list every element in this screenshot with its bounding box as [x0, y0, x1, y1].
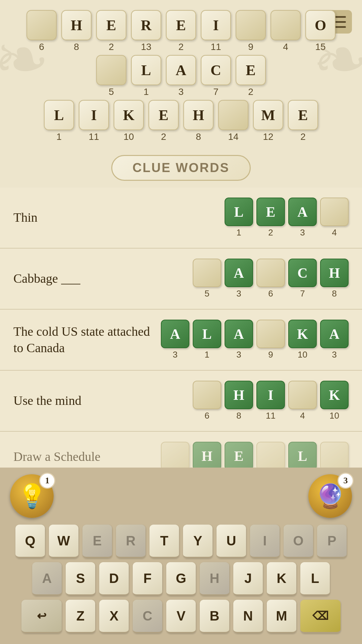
- answer-tile[interactable]: [256, 259, 285, 287]
- key-U[interactable]: U: [217, 525, 246, 558]
- tile-group: 5: [96, 55, 126, 97]
- tile-number: 1: [56, 131, 62, 142]
- key-T[interactable]: T: [149, 525, 179, 558]
- tile-group: 14: [218, 100, 248, 142]
- answer-tile-num: 1: [204, 350, 209, 360]
- key-V[interactable]: V: [166, 600, 196, 633]
- answer-tile-wrapper: E 2: [256, 198, 285, 238]
- key-I[interactable]: I: [250, 525, 280, 558]
- tile-group: E 2: [236, 55, 266, 97]
- answer-tile[interactable]: [288, 381, 317, 409]
- answer-tile-wrapper: [256, 442, 285, 472]
- answer-tile[interactable]: H: [225, 381, 253, 409]
- answer-tile[interactable]: [193, 259, 221, 287]
- clues-area: Thin L 1 E 2 A 3 4 Cabbage ___: [0, 187, 362, 482]
- key-Q[interactable]: Q: [15, 525, 45, 558]
- key-R[interactable]: R: [116, 525, 145, 558]
- answer-tile[interactable]: E: [256, 198, 285, 226]
- answer-tile-wrapper: 9: [256, 320, 285, 360]
- key-W[interactable]: W: [49, 525, 78, 558]
- key-F[interactable]: F: [133, 562, 162, 596]
- answer-tile-wrapper: A 3: [161, 320, 189, 360]
- tile: C: [201, 55, 231, 85]
- tile: M: [253, 100, 283, 130]
- tile: [96, 55, 126, 85]
- tile-number: 2: [109, 42, 114, 52]
- tile: E: [148, 100, 179, 130]
- key-Z[interactable]: Z: [66, 600, 95, 633]
- key-backspace[interactable]: ⌫: [300, 600, 341, 633]
- magnify-powerup[interactable]: 🔮 3: [308, 474, 352, 518]
- answer-tile[interactable]: A: [288, 198, 317, 226]
- key-E[interactable]: E: [82, 525, 112, 558]
- key-O[interactable]: O: [284, 525, 313, 558]
- key-H[interactable]: H: [200, 562, 229, 596]
- answer-tile[interactable]: K: [320, 381, 349, 409]
- answer-tile-wrapper: I 11: [256, 381, 285, 421]
- key-return[interactable]: ↩: [21, 600, 62, 633]
- tile: R: [131, 10, 161, 40]
- answer-tile[interactable]: A: [161, 320, 189, 348]
- answer-tile-num: 3: [300, 227, 305, 238]
- answer-tile[interactable]: [256, 320, 285, 348]
- key-G[interactable]: G: [166, 562, 196, 596]
- answer-tile[interactable]: I: [256, 381, 285, 409]
- key-N[interactable]: N: [233, 600, 263, 633]
- answer-tile[interactable]: E: [225, 442, 253, 470]
- keyboard-row-3: ↩ Z X C V B N M ⌫: [7, 600, 355, 633]
- key-X[interactable]: X: [99, 600, 129, 633]
- answer-tile-num: 9: [268, 350, 273, 360]
- answer-tile[interactable]: A: [225, 320, 253, 348]
- key-C[interactable]: C: [133, 600, 162, 633]
- powerups-row: 💡 1 🔮 3: [7, 474, 355, 518]
- answer-tile[interactable]: [320, 442, 349, 470]
- answer-tile-num: 1: [236, 227, 241, 238]
- answer-tile[interactable]: L: [288, 442, 317, 470]
- key-A[interactable]: A: [32, 562, 62, 596]
- answer-tile[interactable]: [193, 381, 221, 409]
- key-L[interactable]: L: [300, 562, 330, 596]
- answer-tile-num: 11: [266, 411, 276, 421]
- key-K[interactable]: K: [267, 562, 296, 596]
- answer-tile-wrapper: A 3: [288, 198, 317, 238]
- tile-group: R 13: [131, 10, 161, 52]
- key-B[interactable]: B: [200, 600, 229, 633]
- key-S[interactable]: S: [66, 562, 95, 596]
- answer-tile[interactable]: A: [225, 259, 253, 287]
- answer-tile[interactable]: [256, 442, 285, 470]
- answer-tile-wrapper: K 10: [320, 381, 349, 421]
- key-M[interactable]: M: [267, 600, 296, 633]
- tile-group: E 2: [166, 10, 196, 52]
- answer-tile[interactable]: C: [288, 259, 317, 287]
- answer-tile[interactable]: [320, 198, 349, 226]
- hint-powerup[interactable]: 💡 1: [10, 474, 54, 518]
- answer-tiles-4: 6 H 8 I 11 4 K 10: [193, 381, 349, 421]
- tile-group: E 2: [288, 100, 318, 142]
- key-J[interactable]: J: [233, 562, 263, 596]
- key-P[interactable]: P: [317, 525, 347, 558]
- tile-group: 9: [236, 10, 266, 52]
- answer-tile[interactable]: H: [193, 442, 221, 470]
- answer-tile-wrapper: [320, 442, 349, 472]
- answer-tile[interactable]: [161, 442, 189, 470]
- answer-tile-wrapper: 6: [256, 259, 285, 299]
- keyboard-area: 💡 1 🔮 3 Q W E R T Y U I O P A S D F G H …: [0, 468, 362, 644]
- tile-group: H 8: [61, 10, 92, 52]
- tile-number: 11: [88, 131, 99, 142]
- answer-tiles-5: H E L: [161, 442, 349, 472]
- answer-tile[interactable]: A: [320, 320, 349, 348]
- tile-group: K 10: [114, 100, 144, 142]
- answer-tile[interactable]: L: [193, 320, 221, 348]
- key-Y[interactable]: Y: [183, 525, 213, 558]
- key-D[interactable]: D: [99, 562, 129, 596]
- answer-tile-wrapper: 4: [288, 381, 317, 421]
- tile-group: E 2: [96, 10, 126, 52]
- answer-tile[interactable]: K: [288, 320, 317, 348]
- answer-tile-wrapper: A 3: [225, 320, 253, 360]
- answer-tile[interactable]: L: [225, 198, 253, 226]
- answer-tile-num: 4: [332, 227, 337, 238]
- answer-tile[interactable]: H: [320, 259, 349, 287]
- answer-tile-wrapper: A 3: [225, 259, 253, 299]
- tile-group: I 11: [79, 100, 109, 142]
- clue-item-4: Use the mind 6 H 8 I 11 4 K 10: [0, 371, 362, 432]
